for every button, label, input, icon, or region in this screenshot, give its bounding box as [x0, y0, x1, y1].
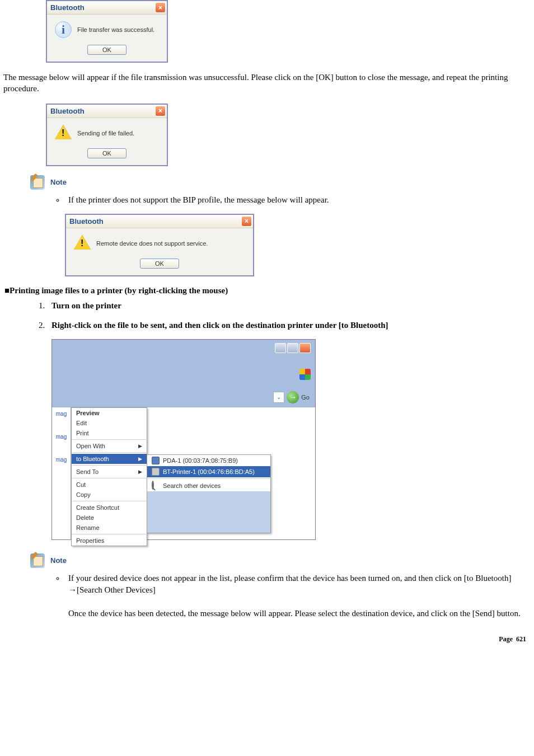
note-icon	[30, 175, 45, 190]
info-icon: i	[55, 21, 72, 38]
ctx-create-shortcut[interactable]: Create Shortcut	[72, 503, 147, 513]
warning-icon	[74, 235, 91, 250]
close-button[interactable]: ×	[155, 106, 166, 116]
ctx-delete[interactable]: Delete	[72, 513, 147, 523]
dialog-title: Bluetooth	[69, 217, 104, 226]
dialog-titlebar: Bluetooth ×	[47, 1, 167, 15]
search-icon	[152, 481, 154, 490]
ctx-rename[interactable]: Rename	[72, 523, 147, 533]
dialog-unsupported: Bluetooth × Remote device does not suppo…	[65, 214, 254, 276]
context-menu: Preview Edit Print Open With▶ to Bluetoo…	[71, 407, 147, 546]
warning-icon	[55, 125, 72, 139]
dialog-message: File transfer was successful.	[77, 26, 154, 33]
dialog-message: Sending of file failed.	[77, 130, 134, 137]
submenu-empty-region	[147, 491, 270, 533]
window-close-button[interactable]	[299, 343, 311, 353]
section-heading: ■Printing image files to a printer (by r…	[3, 285, 531, 295]
menu-separator	[72, 452, 146, 453]
go-button[interactable]: →	[287, 391, 299, 403]
menu-separator	[72, 439, 146, 440]
note1-bullet: If the printer does not support the BIP …	[65, 194, 531, 206]
submenu-printer[interactable]: BT-Printer-1 (00:04:76:B6:BD:A5)	[147, 466, 270, 477]
pda-icon	[152, 457, 160, 464]
ctx-send-to[interactable]: Send To▶	[72, 467, 147, 477]
close-icon: ×	[245, 218, 249, 224]
submenu-search[interactable]: Search other devices	[147, 480, 270, 491]
dialog-success: Bluetooth × i File transfer was successf…	[46, 0, 168, 63]
dialog-title: Bluetooth	[50, 107, 85, 115]
close-icon: ×	[158, 107, 162, 114]
ctx-copy[interactable]: Copy	[72, 490, 147, 500]
windows-flag-icon	[299, 369, 311, 380]
menu-separator	[148, 478, 270, 479]
note-icon	[30, 553, 45, 568]
thumbnail-rail: mag mag mag	[52, 407, 71, 539]
dialog-failed: Bluetooth × Sending of file failed. OK	[46, 104, 168, 166]
close-button[interactable]: ×	[241, 216, 252, 227]
ctx-edit[interactable]: Edit	[72, 418, 147, 428]
note-label: Note	[50, 556, 67, 565]
dialog-title: Bluetooth	[50, 3, 85, 12]
ctx-preview[interactable]: Preview	[72, 408, 147, 418]
dialog-titlebar: Bluetooth ×	[66, 215, 253, 228]
ctx-to-bluetooth[interactable]: to Bluetooth▶	[72, 454, 147, 464]
ok-button[interactable]: OK	[140, 259, 179, 269]
chevron-right-icon: ▶	[138, 443, 142, 449]
close-button[interactable]: ×	[155, 2, 166, 13]
printer-icon	[152, 468, 160, 476]
step-1: Turn on the printer	[51, 301, 121, 310]
close-icon: ×	[158, 4, 162, 11]
ctx-open-with[interactable]: Open With▶	[72, 441, 147, 451]
bluetooth-submenu: PDA-1 (00:03:7A:08:75:B9) BT-Printer-1 (…	[147, 454, 271, 533]
dialog-message: Remote device does not support service.	[96, 240, 208, 247]
ok-button[interactable]: OK	[87, 45, 127, 55]
ctx-cut[interactable]: Cut	[72, 480, 147, 490]
context-menu-figure: ⌄ → Go mag mag mag Preview Edit Print Op…	[51, 339, 316, 540]
dialog-titlebar: Bluetooth ×	[47, 105, 167, 118]
page-number: Page 621	[3, 635, 526, 644]
maximize-button[interactable]	[287, 343, 298, 353]
menu-separator	[72, 478, 146, 478]
address-dropdown[interactable]: ⌄	[273, 392, 284, 403]
paragraph-unsuccessful: The message below will appear if the fil…	[3, 72, 531, 95]
submenu-pda[interactable]: PDA-1 (00:03:7A:08:75:B9)	[147, 455, 270, 466]
minimize-button[interactable]	[275, 343, 286, 353]
note-label: Note	[50, 178, 67, 186]
chevron-right-icon: ▶	[138, 469, 142, 475]
chevron-right-icon: ▶	[138, 456, 142, 462]
step-2: Right-click on the file to be sent, and …	[51, 321, 388, 330]
menu-separator	[72, 501, 146, 501]
ctx-print[interactable]: Print	[72, 428, 147, 438]
go-label: Go	[301, 394, 310, 401]
menu-separator	[72, 465, 146, 466]
menu-separator	[72, 534, 146, 534]
ctx-properties[interactable]: Properties	[72, 536, 147, 546]
note2-bullet: If your desired device does not appear i…	[65, 572, 531, 619]
ok-button[interactable]: OK	[87, 148, 127, 158]
